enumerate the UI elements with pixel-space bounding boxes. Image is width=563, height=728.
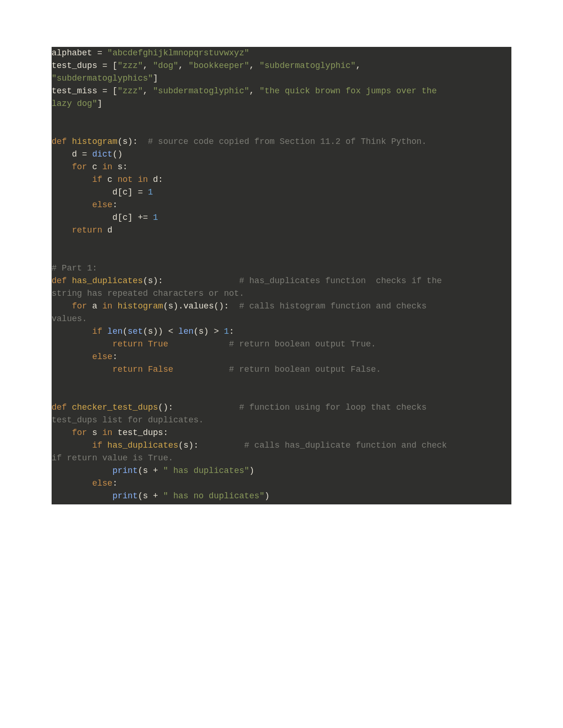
code-text: alphabet xyxy=(52,48,92,58)
code-block: alphabet = "abcdefghijklmnopqrstuvwxyz" … xyxy=(52,47,511,504)
page: alphabet = "abcdefghijklmnopqrstuvwxyz" … xyxy=(0,0,563,551)
